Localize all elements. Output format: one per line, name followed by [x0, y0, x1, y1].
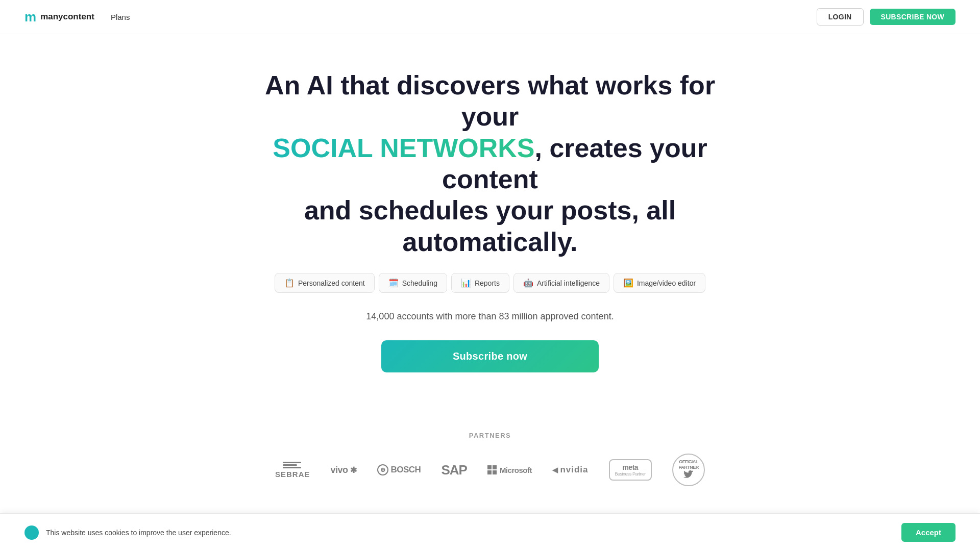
features-row: 📋Personalized content🗓️Scheduling📊Report… — [271, 273, 709, 293]
partner-meta: meta Business Partner — [609, 459, 652, 481]
partners-section: PARTNERS SEBRAE vivo ✱ ⊕ BOSCH SAP Micro… — [0, 421, 980, 512]
feature-pill-reports: 📊Reports — [451, 273, 509, 293]
personalized-label: Personalized content — [298, 279, 365, 287]
partner-microsoft: Microsoft — [487, 465, 532, 474]
partner-twitter: OFFICIALPARTNER — [672, 454, 705, 486]
subscribe-nav-button[interactable]: SUBSCRIBE NOW — [870, 9, 955, 25]
svg-rect-3 — [493, 470, 497, 474]
subscribe-hero-button[interactable]: Subscribe now — [381, 340, 599, 372]
reports-label: Reports — [475, 279, 500, 287]
stats-text: 14,000 accounts with more than 83 millio… — [24, 311, 955, 322]
personalized-icon: 📋 — [284, 278, 295, 288]
cookie-banner: This website uses cookies to improve the… — [0, 513, 980, 551]
scheduling-label: Scheduling — [402, 279, 437, 287]
hero-section: An AI that discovers what works for your… — [0, 34, 980, 421]
partner-bosch: ⊕ BOSCH — [377, 464, 421, 475]
cookie-text-area: This website uses cookies to improve the… — [24, 525, 231, 540]
partner-vivo: vivo ✱ — [330, 465, 356, 475]
logo[interactable]: m manycontent — [24, 9, 94, 25]
scheduling-icon: 🗓️ — [388, 278, 399, 288]
svg-rect-0 — [487, 465, 492, 469]
partner-nvidia: ◀ nvidia — [552, 465, 589, 475]
partners-label: PARTNERS — [24, 432, 955, 439]
imagevideo-label: Image/video editor — [637, 279, 696, 287]
partners-logos: SEBRAE vivo ✱ ⊕ BOSCH SAP Microsoft ◀ nv… — [24, 454, 955, 486]
navbar: m manycontent Plans LOGIN SUBSCRIBE NOW — [0, 0, 980, 34]
imagevideo-icon: 🖼️ — [623, 278, 633, 288]
logo-icon: m — [24, 9, 36, 25]
feature-pill-scheduling: 🗓️Scheduling — [379, 273, 447, 293]
nav-plans-link[interactable]: Plans — [111, 13, 130, 21]
partner-sap: SAP — [441, 462, 467, 478]
cookie-icon — [24, 525, 39, 540]
svg-rect-1 — [493, 465, 497, 469]
ai-label: Artificial intelligence — [537, 279, 600, 287]
feature-pill-personalized: 📋Personalized content — [275, 273, 375, 293]
headline-part1: An AI that discovers what works for your — [265, 70, 715, 131]
feature-pill-imagevideo: 🖼️Image/video editor — [614, 273, 705, 293]
cookie-message: This website uses cookies to improve the… — [46, 529, 231, 537]
reports-icon: 📊 — [461, 278, 471, 288]
nav-right: LOGIN SUBSCRIBE NOW — [817, 8, 955, 26]
login-button[interactable]: LOGIN — [817, 8, 864, 26]
logo-text: manycontent — [40, 12, 94, 22]
headline-highlight: SOCIAL NETWORKS — [273, 133, 534, 163]
accept-cookies-button[interactable]: Accept — [901, 523, 955, 542]
hero-headline: An AI that discovers what works for your… — [260, 70, 720, 258]
feature-pill-ai: 🤖Artificial intelligence — [513, 273, 609, 293]
nav-left: m manycontent Plans — [24, 9, 130, 25]
svg-rect-2 — [487, 470, 492, 474]
partner-sebrae: SEBRAE — [275, 462, 310, 479]
ai-icon: 🤖 — [523, 278, 533, 288]
headline-part3: and schedules your posts, all automatica… — [304, 195, 676, 256]
